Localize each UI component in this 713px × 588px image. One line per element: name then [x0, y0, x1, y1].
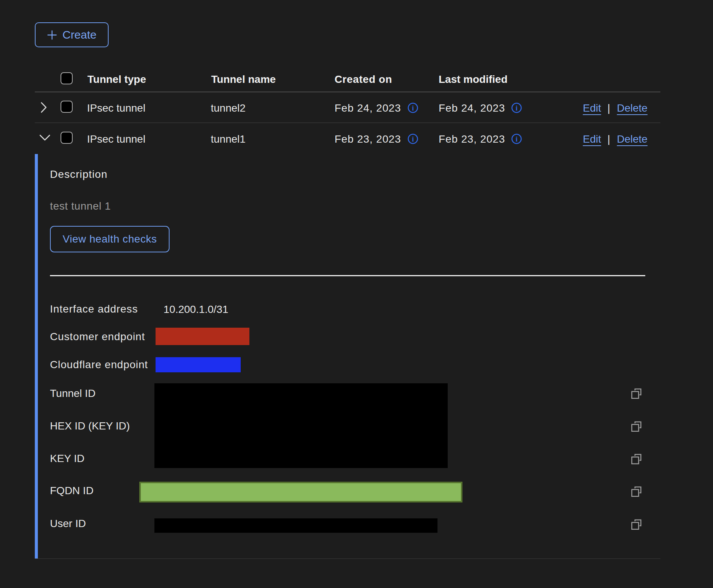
svg-text:i: i [515, 104, 517, 112]
svg-text:i: i [412, 135, 414, 143]
svg-text:i: i [412, 104, 414, 112]
svg-text:i: i [515, 135, 517, 143]
